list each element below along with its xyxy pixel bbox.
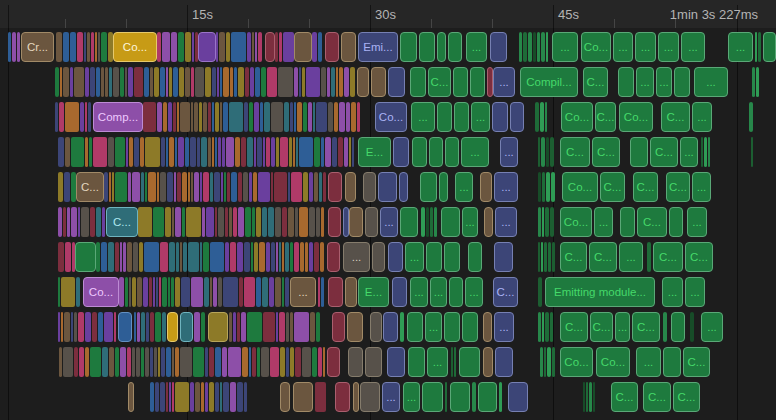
task-block[interactable]: C... xyxy=(589,242,617,272)
task-bar[interactable] xyxy=(271,102,283,132)
task-bar[interactable] xyxy=(244,102,248,132)
task-bar[interactable] xyxy=(701,137,703,167)
task-block[interactable]: ... xyxy=(687,207,707,237)
task-bar[interactable] xyxy=(203,172,209,202)
task-bar[interactable] xyxy=(98,312,103,342)
task-block[interactable]: ... xyxy=(380,207,398,237)
task-bar[interactable] xyxy=(690,312,694,342)
task-bar[interactable] xyxy=(293,137,295,167)
task-bar[interactable] xyxy=(136,347,140,377)
task-block[interactable]: C... xyxy=(637,207,667,237)
task-bar[interactable] xyxy=(285,242,289,272)
task-block[interactable] xyxy=(387,347,405,377)
task-bar[interactable] xyxy=(538,312,541,342)
task-bar[interactable] xyxy=(60,67,62,97)
task-bar[interactable] xyxy=(316,312,320,342)
task-bar[interactable] xyxy=(309,242,313,272)
task-bar[interactable] xyxy=(163,102,167,132)
task-block[interactable]: E... xyxy=(358,137,391,167)
task-bar[interactable] xyxy=(162,312,166,342)
task-block[interactable]: Co... xyxy=(560,207,592,237)
task-bar[interactable] xyxy=(104,172,108,202)
task-bar[interactable] xyxy=(214,172,220,202)
task-block[interactable] xyxy=(371,67,386,97)
task-bar[interactable] xyxy=(56,32,62,62)
task-bar[interactable] xyxy=(193,347,204,377)
task-block[interactable]: ... xyxy=(636,67,654,97)
task-bar[interactable] xyxy=(125,67,127,97)
task-bar[interactable] xyxy=(194,172,199,202)
task-bar[interactable] xyxy=(336,67,338,97)
task-bar[interactable] xyxy=(126,137,128,167)
task-bar[interactable] xyxy=(134,67,143,97)
task-bar[interactable] xyxy=(708,137,710,167)
task-block[interactable] xyxy=(353,382,359,412)
task-bar[interactable] xyxy=(294,67,298,97)
task-bar[interactable] xyxy=(275,207,281,237)
task-bar[interactable] xyxy=(280,347,285,377)
task-bar[interactable] xyxy=(169,67,172,97)
task-bar[interactable] xyxy=(190,137,196,167)
task-bar[interactable] xyxy=(321,137,324,167)
task-block[interactable] xyxy=(459,347,480,377)
task-bar[interactable] xyxy=(261,347,269,377)
task-bar[interactable] xyxy=(115,172,127,202)
task-bar[interactable] xyxy=(294,312,309,342)
task-bar[interactable] xyxy=(63,32,69,62)
task-block[interactable] xyxy=(363,172,376,202)
task-bar[interactable] xyxy=(150,347,153,377)
task-bar[interactable] xyxy=(185,67,190,97)
task-bar[interactable] xyxy=(133,242,138,272)
task-block[interactable]: C... xyxy=(683,347,710,377)
task-block[interactable] xyxy=(470,67,485,97)
task-block[interactable]: ... xyxy=(462,207,478,237)
task-bar[interactable] xyxy=(270,347,279,377)
task-bar[interactable] xyxy=(204,277,209,307)
task-block[interactable]: ... xyxy=(290,277,316,307)
task-bar[interactable] xyxy=(71,137,84,167)
task-bar[interactable] xyxy=(295,207,298,237)
task-bar[interactable] xyxy=(76,277,80,307)
task-block[interactable] xyxy=(341,32,356,62)
task-bar[interactable] xyxy=(325,137,331,167)
task-bar[interactable] xyxy=(115,347,119,377)
task-bar[interactable] xyxy=(279,32,282,62)
task-bar[interactable] xyxy=(139,242,143,272)
task-block[interactable] xyxy=(388,242,403,272)
task-bar[interactable] xyxy=(102,347,108,377)
task-bar[interactable] xyxy=(305,242,308,272)
task-bar[interactable] xyxy=(400,312,404,342)
task-block[interactable]: C... xyxy=(493,277,518,307)
task-block[interactable]: Co... xyxy=(581,32,611,62)
task-bar[interactable] xyxy=(282,277,284,307)
task-bar[interactable] xyxy=(316,102,327,132)
task-bar[interactable] xyxy=(167,172,173,202)
task-bar[interactable] xyxy=(166,347,171,377)
task-bar[interactable] xyxy=(228,347,241,377)
task-bar[interactable] xyxy=(430,207,433,237)
task-bar[interactable] xyxy=(113,67,119,97)
task-block[interactable]: C... xyxy=(560,312,588,342)
task-bar[interactable] xyxy=(169,137,174,167)
task-bar[interactable] xyxy=(318,32,322,62)
task-block[interactable]: C... xyxy=(600,172,625,202)
task-bar[interactable] xyxy=(58,242,64,272)
task-bar[interactable] xyxy=(241,312,246,342)
task-bar[interactable] xyxy=(551,172,555,202)
task-bar[interactable] xyxy=(247,137,253,167)
task-bar[interactable] xyxy=(175,347,179,377)
task-block[interactable]: Co... xyxy=(113,32,157,62)
task-block[interactable] xyxy=(280,382,290,412)
task-bar[interactable] xyxy=(321,277,324,307)
task-bar[interactable] xyxy=(186,207,201,237)
task-bar[interactable] xyxy=(17,32,20,62)
task-bar[interactable] xyxy=(85,137,88,167)
task-bar[interactable] xyxy=(71,312,73,342)
task-bar[interactable] xyxy=(334,102,338,132)
task-bar[interactable] xyxy=(109,172,111,202)
task-bar[interactable] xyxy=(225,207,228,237)
task-bar[interactable] xyxy=(313,102,315,132)
task-block[interactable]: ... xyxy=(465,277,483,307)
task-bar[interactable] xyxy=(143,277,148,307)
task-bar[interactable] xyxy=(434,207,437,237)
